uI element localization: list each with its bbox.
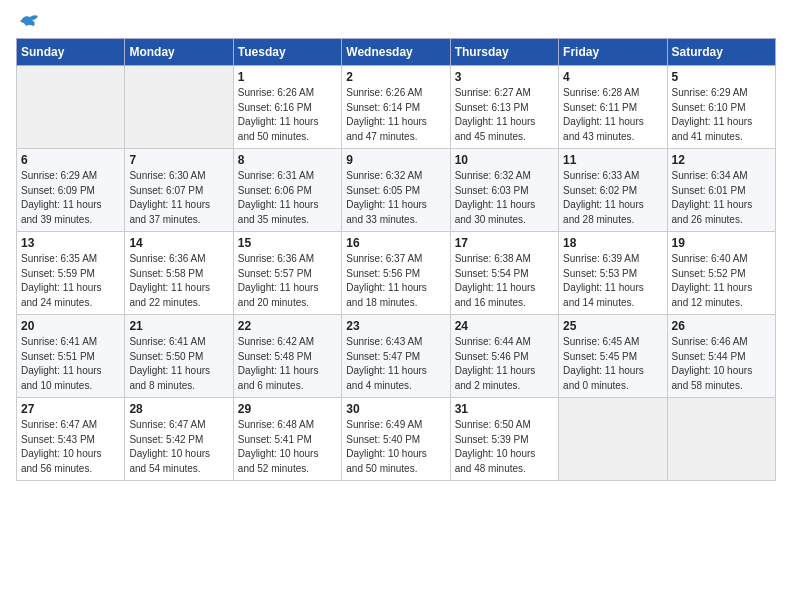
calendar-cell: 29Sunrise: 6:48 AM Sunset: 5:41 PM Dayli…: [233, 398, 341, 481]
day-info: Sunrise: 6:40 AM Sunset: 5:52 PM Dayligh…: [672, 252, 771, 310]
day-info: Sunrise: 6:39 AM Sunset: 5:53 PM Dayligh…: [563, 252, 662, 310]
col-header-thursday: Thursday: [450, 39, 558, 66]
calendar-cell: 13Sunrise: 6:35 AM Sunset: 5:59 PM Dayli…: [17, 232, 125, 315]
calendar-cell: 14Sunrise: 6:36 AM Sunset: 5:58 PM Dayli…: [125, 232, 233, 315]
col-header-sunday: Sunday: [17, 39, 125, 66]
day-number: 27: [21, 402, 120, 416]
logo: [16, 16, 40, 30]
calendar-cell: 17Sunrise: 6:38 AM Sunset: 5:54 PM Dayli…: [450, 232, 558, 315]
day-info: Sunrise: 6:34 AM Sunset: 6:01 PM Dayligh…: [672, 169, 771, 227]
day-info: Sunrise: 6:32 AM Sunset: 6:03 PM Dayligh…: [455, 169, 554, 227]
day-info: Sunrise: 6:48 AM Sunset: 5:41 PM Dayligh…: [238, 418, 337, 476]
day-info: Sunrise: 6:46 AM Sunset: 5:44 PM Dayligh…: [672, 335, 771, 393]
day-number: 13: [21, 236, 120, 250]
calendar-cell: 20Sunrise: 6:41 AM Sunset: 5:51 PM Dayli…: [17, 315, 125, 398]
calendar-week-row: 6Sunrise: 6:29 AM Sunset: 6:09 PM Daylig…: [17, 149, 776, 232]
day-number: 10: [455, 153, 554, 167]
day-info: Sunrise: 6:47 AM Sunset: 5:43 PM Dayligh…: [21, 418, 120, 476]
calendar-cell: 23Sunrise: 6:43 AM Sunset: 5:47 PM Dayli…: [342, 315, 450, 398]
calendar-cell: 10Sunrise: 6:32 AM Sunset: 6:03 PM Dayli…: [450, 149, 558, 232]
calendar-cell: 28Sunrise: 6:47 AM Sunset: 5:42 PM Dayli…: [125, 398, 233, 481]
calendar-week-row: 20Sunrise: 6:41 AM Sunset: 5:51 PM Dayli…: [17, 315, 776, 398]
calendar-cell: [667, 398, 775, 481]
calendar-cell: [125, 66, 233, 149]
day-info: Sunrise: 6:29 AM Sunset: 6:10 PM Dayligh…: [672, 86, 771, 144]
day-info: Sunrise: 6:49 AM Sunset: 5:40 PM Dayligh…: [346, 418, 445, 476]
page-header: [16, 16, 776, 30]
day-number: 2: [346, 70, 445, 84]
day-info: Sunrise: 6:26 AM Sunset: 6:14 PM Dayligh…: [346, 86, 445, 144]
col-header-tuesday: Tuesday: [233, 39, 341, 66]
calendar-cell: 1Sunrise: 6:26 AM Sunset: 6:16 PM Daylig…: [233, 66, 341, 149]
day-number: 6: [21, 153, 120, 167]
calendar-week-row: 13Sunrise: 6:35 AM Sunset: 5:59 PM Dayli…: [17, 232, 776, 315]
day-number: 1: [238, 70, 337, 84]
day-info: Sunrise: 6:36 AM Sunset: 5:57 PM Dayligh…: [238, 252, 337, 310]
calendar-cell: 21Sunrise: 6:41 AM Sunset: 5:50 PM Dayli…: [125, 315, 233, 398]
calendar-table: SundayMondayTuesdayWednesdayThursdayFrid…: [16, 38, 776, 481]
day-number: 18: [563, 236, 662, 250]
day-info: Sunrise: 6:29 AM Sunset: 6:09 PM Dayligh…: [21, 169, 120, 227]
col-header-monday: Monday: [125, 39, 233, 66]
calendar-cell: [17, 66, 125, 149]
day-info: Sunrise: 6:35 AM Sunset: 5:59 PM Dayligh…: [21, 252, 120, 310]
day-info: Sunrise: 6:38 AM Sunset: 5:54 PM Dayligh…: [455, 252, 554, 310]
calendar-cell: 22Sunrise: 6:42 AM Sunset: 5:48 PM Dayli…: [233, 315, 341, 398]
calendar-cell: 16Sunrise: 6:37 AM Sunset: 5:56 PM Dayli…: [342, 232, 450, 315]
calendar-cell: 11Sunrise: 6:33 AM Sunset: 6:02 PM Dayli…: [559, 149, 667, 232]
day-number: 21: [129, 319, 228, 333]
day-number: 30: [346, 402, 445, 416]
calendar-cell: 18Sunrise: 6:39 AM Sunset: 5:53 PM Dayli…: [559, 232, 667, 315]
day-info: Sunrise: 6:41 AM Sunset: 5:50 PM Dayligh…: [129, 335, 228, 393]
day-info: Sunrise: 6:26 AM Sunset: 6:16 PM Dayligh…: [238, 86, 337, 144]
day-number: 7: [129, 153, 228, 167]
day-info: Sunrise: 6:43 AM Sunset: 5:47 PM Dayligh…: [346, 335, 445, 393]
day-number: 23: [346, 319, 445, 333]
calendar-cell: 15Sunrise: 6:36 AM Sunset: 5:57 PM Dayli…: [233, 232, 341, 315]
day-number: 28: [129, 402, 228, 416]
bird-icon: [18, 12, 40, 30]
calendar-cell: 8Sunrise: 6:31 AM Sunset: 6:06 PM Daylig…: [233, 149, 341, 232]
day-info: Sunrise: 6:44 AM Sunset: 5:46 PM Dayligh…: [455, 335, 554, 393]
calendar-week-row: 1Sunrise: 6:26 AM Sunset: 6:16 PM Daylig…: [17, 66, 776, 149]
day-number: 19: [672, 236, 771, 250]
day-info: Sunrise: 6:27 AM Sunset: 6:13 PM Dayligh…: [455, 86, 554, 144]
day-number: 8: [238, 153, 337, 167]
calendar-cell: [559, 398, 667, 481]
day-number: 17: [455, 236, 554, 250]
calendar-cell: 26Sunrise: 6:46 AM Sunset: 5:44 PM Dayli…: [667, 315, 775, 398]
day-number: 25: [563, 319, 662, 333]
day-info: Sunrise: 6:41 AM Sunset: 5:51 PM Dayligh…: [21, 335, 120, 393]
calendar-cell: 7Sunrise: 6:30 AM Sunset: 6:07 PM Daylig…: [125, 149, 233, 232]
calendar-cell: 3Sunrise: 6:27 AM Sunset: 6:13 PM Daylig…: [450, 66, 558, 149]
day-number: 3: [455, 70, 554, 84]
day-number: 14: [129, 236, 228, 250]
col-header-wednesday: Wednesday: [342, 39, 450, 66]
calendar-cell: 6Sunrise: 6:29 AM Sunset: 6:09 PM Daylig…: [17, 149, 125, 232]
day-number: 11: [563, 153, 662, 167]
calendar-cell: 25Sunrise: 6:45 AM Sunset: 5:45 PM Dayli…: [559, 315, 667, 398]
day-info: Sunrise: 6:33 AM Sunset: 6:02 PM Dayligh…: [563, 169, 662, 227]
day-number: 5: [672, 70, 771, 84]
calendar-cell: 5Sunrise: 6:29 AM Sunset: 6:10 PM Daylig…: [667, 66, 775, 149]
day-info: Sunrise: 6:45 AM Sunset: 5:45 PM Dayligh…: [563, 335, 662, 393]
day-info: Sunrise: 6:28 AM Sunset: 6:11 PM Dayligh…: [563, 86, 662, 144]
day-number: 15: [238, 236, 337, 250]
calendar-cell: 19Sunrise: 6:40 AM Sunset: 5:52 PM Dayli…: [667, 232, 775, 315]
day-number: 29: [238, 402, 337, 416]
day-info: Sunrise: 6:32 AM Sunset: 6:05 PM Dayligh…: [346, 169, 445, 227]
day-number: 4: [563, 70, 662, 84]
calendar-cell: 24Sunrise: 6:44 AM Sunset: 5:46 PM Dayli…: [450, 315, 558, 398]
day-number: 9: [346, 153, 445, 167]
day-number: 16: [346, 236, 445, 250]
calendar-cell: 31Sunrise: 6:50 AM Sunset: 5:39 PM Dayli…: [450, 398, 558, 481]
day-number: 22: [238, 319, 337, 333]
calendar-cell: 12Sunrise: 6:34 AM Sunset: 6:01 PM Dayli…: [667, 149, 775, 232]
day-info: Sunrise: 6:42 AM Sunset: 5:48 PM Dayligh…: [238, 335, 337, 393]
calendar-cell: 30Sunrise: 6:49 AM Sunset: 5:40 PM Dayli…: [342, 398, 450, 481]
day-info: Sunrise: 6:31 AM Sunset: 6:06 PM Dayligh…: [238, 169, 337, 227]
calendar-week-row: 27Sunrise: 6:47 AM Sunset: 5:43 PM Dayli…: [17, 398, 776, 481]
day-info: Sunrise: 6:36 AM Sunset: 5:58 PM Dayligh…: [129, 252, 228, 310]
day-number: 31: [455, 402, 554, 416]
day-info: Sunrise: 6:50 AM Sunset: 5:39 PM Dayligh…: [455, 418, 554, 476]
